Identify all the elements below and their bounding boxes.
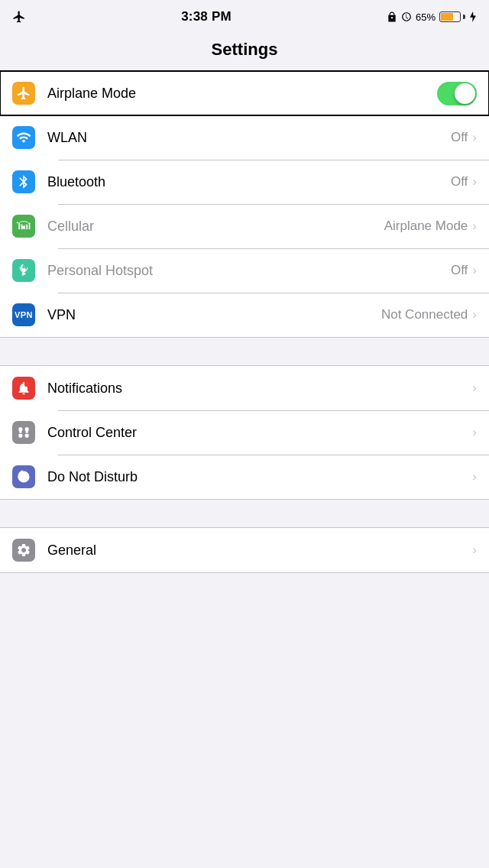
bluetooth-value: Off <box>451 174 468 189</box>
personal-hotspot-row[interactable]: Personal Hotspot Off › <box>0 248 489 293</box>
wlan-row[interactable]: WLAN Off › <box>0 115 489 160</box>
do-not-disturb-row[interactable]: Do Not Disturb › <box>0 455 489 499</box>
cellular-row[interactable]: Cellular Airplane Mode › <box>0 204 489 248</box>
status-bar: 3:38 PM 65% <box>0 0 489 34</box>
do-not-disturb-icon <box>12 465 35 488</box>
vpn-value: Not Connected <box>381 307 468 322</box>
vpn-label: VPN <box>47 307 381 323</box>
hotspot-icon <box>12 259 35 282</box>
control-center-label: Control Center <box>47 425 472 441</box>
cellular-icon <box>12 215 35 238</box>
notifications-label: Notifications <box>47 381 472 397</box>
personal-hotspot-value: Off <box>451 263 468 278</box>
do-not-disturb-label: Do Not Disturb <box>47 469 472 485</box>
battery-tip <box>463 15 465 19</box>
bluetooth-icon <box>12 170 35 193</box>
svg-rect-1 <box>18 223 20 229</box>
toggle-thumb <box>455 83 475 104</box>
group-gap-2 <box>0 500 489 527</box>
svg-rect-10 <box>18 434 22 438</box>
vpn-text-label: VPN <box>15 310 33 319</box>
general-icon <box>12 539 35 562</box>
status-time: 3:38 PM <box>181 9 232 24</box>
notifications-icon <box>12 377 35 400</box>
bluetooth-chevron: › <box>472 174 477 189</box>
airplane-mode-label: Airplane Mode <box>47 86 437 102</box>
vpn-row[interactable]: VPN VPN Not Connected › <box>0 293 489 337</box>
alarm-icon <box>401 11 412 22</box>
vpn-chevron: › <box>472 307 477 322</box>
battery-fill <box>441 13 453 21</box>
airplane-mode-toggle[interactable] <box>437 82 477 105</box>
airplane-mode-row[interactable]: Airplane Mode <box>0 71 489 115</box>
cellular-chevron: › <box>472 219 477 234</box>
svg-rect-2 <box>21 225 23 230</box>
cellular-value: Airplane Mode <box>384 219 468 234</box>
control-center-chevron: › <box>472 425 477 440</box>
svg-rect-11 <box>25 434 29 438</box>
group-gap-1 <box>0 338 489 365</box>
vpn-icon: VPN <box>12 303 35 326</box>
control-center-row[interactable]: Control Center › <box>0 410 489 455</box>
connectivity-group: Airplane Mode WLAN Off › Bluetooth Off › <box>0 70 489 338</box>
general-chevron: › <box>472 542 477 558</box>
svg-point-7 <box>25 383 29 387</box>
airplane-status-icon <box>12 10 26 24</box>
svg-point-13 <box>19 431 21 433</box>
personal-hotspot-label: Personal Hotspot <box>47 263 451 279</box>
charging-icon <box>469 11 477 22</box>
wlan-icon <box>12 126 35 149</box>
svg-rect-3 <box>24 225 25 229</box>
wlan-chevron: › <box>472 130 477 145</box>
battery-indicator <box>439 11 465 22</box>
svg-rect-4 <box>26 225 28 230</box>
notifications-chevron: › <box>472 381 477 396</box>
status-right: 65% <box>387 11 477 23</box>
page-title: Settings <box>0 34 489 70</box>
notifications-row[interactable]: Notifications › <box>0 366 489 410</box>
system-group: Notifications › Control Center › Do Not … <box>0 365 489 500</box>
personal-hotspot-chevron: › <box>472 263 477 278</box>
svg-rect-5 <box>29 223 31 229</box>
general-row[interactable]: General › <box>0 528 489 572</box>
wlan-value: Off <box>451 130 468 145</box>
bluetooth-label: Bluetooth <box>47 174 451 190</box>
lock-icon <box>387 11 397 22</box>
wlan-label: WLAN <box>47 130 451 146</box>
airplane-mode-icon <box>12 82 35 105</box>
control-center-icon <box>12 421 35 444</box>
do-not-disturb-chevron: › <box>472 469 477 484</box>
battery-percent-text: 65% <box>416 11 436 23</box>
general-group: General › <box>0 527 489 573</box>
bluetooth-row[interactable]: Bluetooth Off › <box>0 160 489 204</box>
general-label: General <box>47 542 472 559</box>
svg-point-12 <box>26 431 28 433</box>
cellular-label: Cellular <box>47 219 384 235</box>
battery-body <box>439 11 461 22</box>
status-left <box>12 10 26 24</box>
